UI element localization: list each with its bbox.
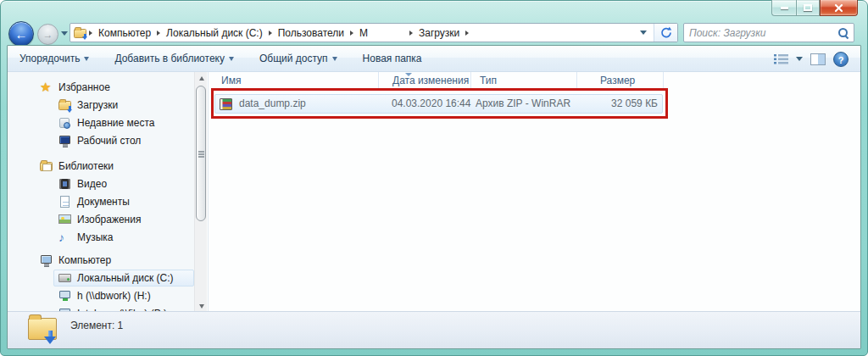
download-arrow-icon <box>43 331 57 345</box>
back-button[interactable]: ← <box>8 21 34 47</box>
scroll-up-icon <box>199 76 204 81</box>
help-icon: ? <box>838 55 844 65</box>
file-name: data_dump.zip <box>239 95 306 113</box>
minimize-icon <box>781 7 788 9</box>
sidebar-item-local-disk-c[interactable]: Локальный диск (C:) <box>58 270 174 286</box>
column-header-name[interactable]: Имя <box>221 75 241 86</box>
minimize-button[interactable] <box>771 0 796 16</box>
column-header-size[interactable]: Размер <box>600 75 635 86</box>
network-drive-icon <box>58 289 72 303</box>
sidebar-item-label: Видео <box>77 178 107 190</box>
sidebar-item-downloads[interactable]: Загрузки <box>58 97 118 114</box>
hard-drive-icon <box>58 271 72 285</box>
history-dropdown-icon[interactable] <box>61 31 68 36</box>
breadcrumb-separator-icon <box>269 31 272 36</box>
preview-pane-icon[interactable] <box>810 53 826 65</box>
sidebar-section-computer[interactable]: Компьютер <box>40 252 111 269</box>
breadcrumb: Компьютер Локальный диск (C:) Пользовате… <box>87 24 633 42</box>
maximize-button[interactable] <box>796 0 820 16</box>
client-area: Упорядочить Добавить в библиотеку Общий … <box>7 45 861 349</box>
breadcrumb-separator-icon <box>350 31 353 36</box>
address-bar-controls <box>633 24 677 42</box>
refresh-icon <box>659 26 672 39</box>
breadcrumb-separator-icon <box>157 31 160 36</box>
music-note-icon: ♪ <box>58 231 72 244</box>
libraries-icon <box>40 159 53 173</box>
column-divider[interactable] <box>663 72 664 90</box>
help-button[interactable]: ? <box>833 52 849 67</box>
file-type: Архив ZIP - WinRAR <box>476 95 570 113</box>
organize-label: Упорядочить <box>19 53 80 64</box>
search-input[interactable] <box>684 24 837 42</box>
scrollbar-thumb[interactable] <box>196 86 206 221</box>
pictures-icon <box>58 213 72 226</box>
sidebar-item-label: Загрузки <box>77 99 118 111</box>
computer-icon <box>40 253 53 267</box>
scroll-up-button[interactable] <box>195 72 208 85</box>
new-folder-button[interactable]: Новая папка <box>363 53 422 64</box>
column-divider[interactable] <box>576 72 577 90</box>
breadcrumb-local-disk[interactable]: Локальный диск (C:) <box>162 27 267 39</box>
column-header-date[interactable]: Дата изменения <box>392 75 469 86</box>
refresh-button[interactable] <box>654 24 677 42</box>
organize-button[interactable]: Упорядочить <box>19 53 89 64</box>
chevron-down-icon <box>332 57 337 61</box>
close-icon <box>834 3 843 13</box>
column-headers: Имя Дата изменения Тип Размер <box>209 72 861 90</box>
file-date: 04.03.2020 16:44 <box>392 95 470 113</box>
toolbar-view-controls: ? <box>774 46 849 72</box>
forward-arrow-icon: → <box>43 29 53 41</box>
sidebar-item-label: Недавние места <box>77 117 154 129</box>
address-bar[interactable]: Компьютер Локальный диск (C:) Пользовате… <box>70 23 678 42</box>
close-button[interactable] <box>820 0 858 16</box>
search-icon[interactable] <box>837 27 849 39</box>
breadcrumb-downloads[interactable]: Загрузки <box>415 27 464 39</box>
view-mode-dropdown-icon[interactable] <box>796 57 803 61</box>
address-dropdown-icon[interactable] <box>633 31 654 35</box>
sidebar-section-favorites[interactable]: ★ Избранное <box>40 79 110 96</box>
new-folder-label: Новая папка <box>363 53 422 64</box>
sidebar-section-label: Библиотеки <box>58 160 114 172</box>
file-row-data-dump-zip[interactable]: data_dump.zip 04.03.2020 16:44 Архив ZIP… <box>214 94 663 114</box>
recent-places-icon <box>58 116 72 130</box>
sidebar-item-label: Документы <box>77 196 130 208</box>
sidebar-item-documents[interactable]: Документы <box>58 193 130 210</box>
sidebar-item-video[interactable]: Видео <box>58 175 107 192</box>
winrar-zip-icon <box>220 97 233 111</box>
breadcrumb-separator-icon <box>465 31 469 36</box>
sidebar-item-label: Музыка <box>77 231 113 243</box>
file-list-pane: Имя Дата изменения Тип Размер data_dump.… <box>208 72 861 313</box>
view-mode-icon[interactable] <box>774 53 788 64</box>
add-to-library-button[interactable]: Добавить в библиотеку <box>114 53 234 64</box>
sidebar-item-network-drive-h[interactable]: h (\\dbwork) (H:) <box>58 287 151 304</box>
breadcrumb-computer[interactable]: Компьютер <box>94 27 155 39</box>
explorer-window: ← → Компьютер Локальный диск (C:) Пользо… <box>0 0 868 356</box>
sidebar-section-label: Компьютер <box>58 254 111 266</box>
column-divider[interactable] <box>378 72 379 90</box>
sidebar-item-recent-places[interactable]: Недавние места <box>58 114 154 131</box>
column-header-type[interactable]: Тип <box>480 75 497 86</box>
sidebar-item-pictures[interactable]: Изображения <box>58 211 141 228</box>
sidebar-item-music[interactable]: ♪ Музыка <box>58 229 113 246</box>
maximize-icon <box>804 4 812 11</box>
sidebar-section-libraries[interactable]: Библиотеки <box>40 158 114 175</box>
breadcrumb-users[interactable]: Пользователи <box>274 27 348 39</box>
star-icon: ★ <box>40 81 53 94</box>
back-arrow-icon: ← <box>15 27 28 42</box>
downloads-folder-icon <box>74 26 87 40</box>
breadcrumb-username[interactable]: M <box>355 27 408 39</box>
add-to-library-label: Добавить в библиотеку <box>114 53 225 64</box>
sidebar-scrollbar[interactable] <box>194 72 207 313</box>
share-button[interactable]: Общий доступ <box>259 53 337 64</box>
scroll-down-icon <box>199 304 204 309</box>
desktop-icon <box>58 134 72 147</box>
downloads-folder-icon <box>58 98 72 112</box>
sidebar-item-label: Изображения <box>77 214 141 225</box>
document-icon <box>58 195 72 209</box>
navigation-pane: ★ Избранное Загрузки Недавние места Рабо… <box>8 72 194 313</box>
item-count-label: Элемент: 1 <box>70 320 123 331</box>
column-divider[interactable] <box>470 72 471 90</box>
forward-button[interactable]: → <box>37 24 58 45</box>
sidebar-item-desktop[interactable]: Рабочий стол <box>58 132 141 149</box>
sidebar-item-label: Локальный диск (C:) <box>77 272 174 284</box>
